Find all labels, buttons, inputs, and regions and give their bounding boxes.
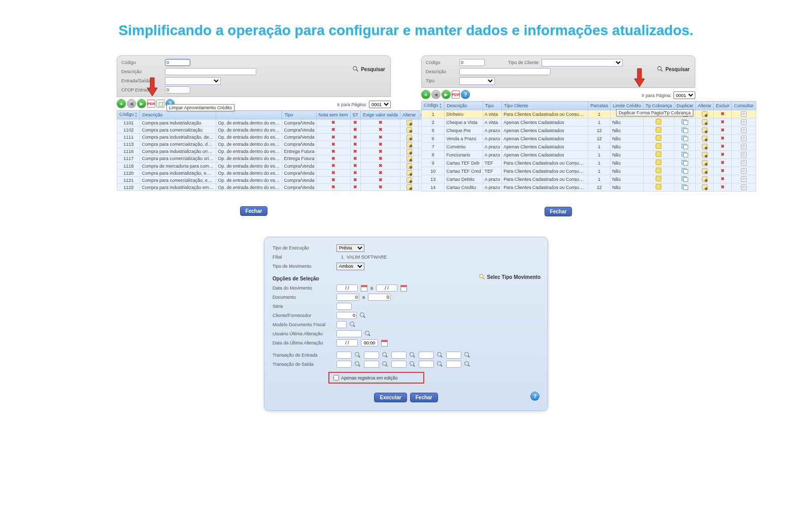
duplicate-icon[interactable]: [682, 160, 688, 165]
help-button[interactable]: ?: [530, 392, 539, 401]
view-icon[interactable]: [741, 184, 747, 190]
view-icon[interactable]: [741, 160, 747, 166]
table-row[interactable]: 2Cheque a VistaA vistaApenas Clientes Ca…: [422, 118, 756, 126]
table-row[interactable]: 1111Compra para industrialização, de mer…: [117, 134, 461, 141]
fechar-button[interactable]: Fechar: [410, 393, 438, 402]
edit-icon[interactable]: [702, 136, 707, 141]
column-header[interactable]: Limite Crédito: [611, 102, 644, 110]
lookup-icon[interactable]: [464, 352, 470, 358]
edit-icon[interactable]: [702, 119, 707, 125]
trans-ent-3[interactable]: [391, 352, 407, 359]
fechar-button[interactable]: Fechar: [545, 207, 572, 216]
view-icon[interactable]: [741, 128, 747, 133]
cobranca-icon[interactable]: [656, 143, 661, 149]
edit-icon[interactable]: [407, 170, 412, 176]
edit-icon[interactable]: [702, 152, 707, 157]
lookup-icon[interactable]: [365, 331, 371, 337]
pesquisar-button[interactable]: Pesquisar: [353, 66, 385, 72]
table-row[interactable]: 1118Compra de mercadoria para comercial.…: [117, 162, 461, 169]
lookup-icon[interactable]: [410, 361, 416, 367]
calendar-icon[interactable]: [381, 340, 388, 346]
documento-from[interactable]: [336, 294, 359, 301]
view-icon[interactable]: [741, 136, 747, 141]
table-row[interactable]: 1120Compra para industrialização, em ve.…: [117, 170, 461, 177]
edit-icon[interactable]: [407, 149, 412, 154]
edit-icon[interactable]: [702, 128, 707, 133]
descricao-input[interactable]: [459, 68, 551, 75]
edit-icon[interactable]: [702, 160, 707, 166]
table-row[interactable]: 6Venda a PrazoA prazoApenas Clientes Cad…: [422, 135, 756, 143]
column-header[interactable]: Alterar: [400, 111, 419, 119]
pager-select[interactable]: 0001: [369, 101, 391, 108]
delete-icon[interactable]: ✖: [720, 168, 725, 174]
edit-icon[interactable]: [407, 177, 412, 183]
pesquisar-button[interactable]: Pesquisar: [657, 66, 690, 72]
trans-sai-5[interactable]: [446, 361, 461, 368]
table-row[interactable]: 14Cartao CreditoA prazoPara Clientes Cad…: [422, 183, 756, 192]
delete-icon[interactable]: ✖: [720, 144, 725, 149]
edit-icon[interactable]: [407, 156, 412, 162]
trans-sai-4[interactable]: [419, 361, 434, 368]
column-header[interactable]: Exige valor saída: [361, 111, 400, 119]
pdf-icon[interactable]: PDF: [147, 100, 155, 108]
trans-ent-2[interactable]: [364, 352, 379, 359]
column-header[interactable]: Parcelas: [588, 102, 611, 110]
fechar-button[interactable]: Fechar: [240, 206, 268, 216]
duplicate-icon[interactable]: [682, 152, 688, 157]
data-mov-to[interactable]: [376, 284, 397, 292]
delete-icon[interactable]: ✖: [720, 111, 725, 117]
delete-icon[interactable]: ✖: [720, 184, 725, 190]
lookup-icon[interactable]: [464, 361, 470, 367]
trans-sai-3[interactable]: [391, 361, 407, 368]
lookup-icon[interactable]: [382, 352, 388, 358]
column-header[interactable]: Alterar: [695, 102, 714, 110]
add-button[interactable]: +: [421, 90, 430, 99]
duplicate-icon[interactable]: [682, 184, 688, 189]
trans-sai-2[interactable]: [364, 361, 379, 368]
column-header[interactable]: Descrição: [445, 102, 483, 110]
edit-icon[interactable]: [407, 184, 412, 190]
help-button[interactable]: ?: [461, 90, 470, 99]
view-icon[interactable]: [741, 176, 747, 182]
executar-button[interactable]: Executar: [374, 393, 407, 402]
table-row[interactable]: 1116Compra para industrialização origin.…: [117, 148, 461, 155]
table-row[interactable]: 13Cartao DebitoA prazoPara Clientes Cada…: [422, 175, 756, 183]
table-row[interactable]: 10Cartao TEF CredTEFPara Clientes Cadast…: [422, 167, 756, 175]
serie-input[interactable]: [336, 303, 352, 310]
xls-icon[interactable]: ⬚: [156, 100, 164, 108]
apenas-registros-checkbox[interactable]: [333, 375, 339, 380]
data-mov-from[interactable]: [336, 284, 358, 292]
cobranca-icon[interactable]: [656, 151, 661, 157]
next-button[interactable]: ►: [137, 99, 146, 108]
column-header[interactable]: Consultar: [732, 102, 756, 110]
column-header[interactable]: Tp Cobrança: [643, 102, 674, 110]
cobranca-icon[interactable]: [656, 119, 661, 124]
view-icon[interactable]: [741, 119, 747, 125]
delete-icon[interactable]: ✖: [720, 128, 725, 133]
table-row[interactable]: 7ConvenioA prazoApenas Clientes Cadastra…: [422, 143, 756, 151]
column-header[interactable]: Tipo Cliente: [502, 102, 588, 110]
delete-icon[interactable]: ✖: [720, 160, 725, 166]
calendar-icon[interactable]: [361, 285, 367, 292]
delete-icon[interactable]: ✖: [720, 119, 725, 125]
column-header[interactable]: Excluir: [714, 102, 732, 110]
edit-icon[interactable]: [407, 120, 412, 125]
duplicate-icon[interactable]: [682, 176, 688, 181]
edit-icon[interactable]: [702, 184, 707, 190]
column-header[interactable]: [216, 111, 282, 119]
table-row[interactable]: 5Cheque PreA prazoApenas Clientes Cadast…: [422, 126, 756, 135]
cobranca-icon[interactable]: [656, 160, 661, 165]
edit-icon[interactable]: [702, 168, 707, 174]
tipo-mov-select[interactable]: Ambos: [336, 263, 364, 270]
cobranca-icon[interactable]: [656, 184, 661, 189]
cliente-input[interactable]: [336, 312, 357, 319]
view-icon[interactable]: [741, 152, 747, 157]
add-button[interactable]: +: [117, 99, 126, 108]
lookup-icon[interactable]: [350, 322, 356, 328]
table-row[interactable]: 1121Compra para comercialização, em ven.…: [117, 177, 461, 184]
data-alt-time[interactable]: [361, 339, 378, 346]
edit-icon[interactable]: [702, 176, 707, 182]
column-header[interactable]: Código▲▼: [422, 102, 445, 110]
edit-icon[interactable]: [407, 163, 412, 169]
column-header[interactable]: Nota sem item: [316, 111, 350, 119]
